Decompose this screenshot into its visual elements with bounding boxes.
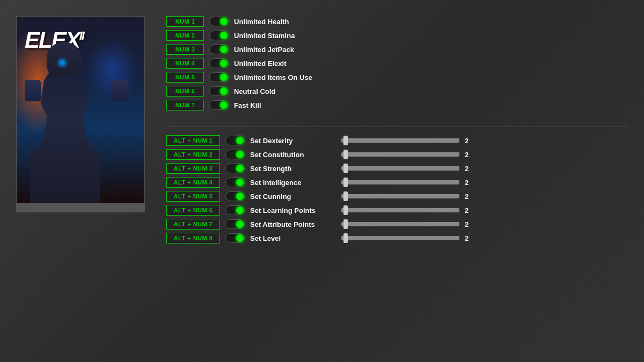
slider-value-3: 2	[465, 179, 473, 187]
slider-toggle-4[interactable]	[225, 191, 245, 201]
char-eye-glow	[57, 57, 68, 68]
key-badge-3[interactable]: NUM 4	[166, 58, 204, 69]
key-badge-1[interactable]: NUM 2	[166, 30, 204, 41]
slider-thumb-1[interactable]	[343, 150, 348, 159]
cheat-label-1: Unlimited Stamina	[234, 32, 295, 40]
slider-toggle-7[interactable]	[225, 233, 245, 243]
slider-toggle-wrap-6[interactable]	[225, 219, 245, 229]
slider-track-2[interactable]	[341, 166, 459, 171]
slider-toggle-wrap-4[interactable]	[225, 191, 245, 201]
trainer-label	[16, 204, 145, 212]
slider-key-badge-2[interactable]: ALT + NUM 3	[166, 163, 220, 174]
toggle-dot-5	[220, 87, 228, 95]
slider-value-5: 2	[465, 206, 473, 215]
slider-key-badge-4[interactable]: ALT + NUM 5	[166, 191, 220, 202]
slider-toggle-dot-6	[236, 220, 244, 228]
slider-label-5: Set Learning Points	[250, 206, 336, 215]
cheat-row-5: NUM 6 Neutral Cold	[166, 86, 628, 97]
slider-key-badge-0[interactable]: ALT + NUM 1	[166, 135, 220, 146]
cheat-label-3: Unlimited Elexit	[234, 60, 287, 68]
slider-key-badge-7[interactable]: ALT + NUM 8	[166, 233, 220, 243]
slider-track-0[interactable]	[341, 138, 459, 143]
toggle-wrap-1[interactable]	[209, 31, 229, 40]
toggle-0[interactable]	[209, 17, 229, 26]
slider-label-4: Set Cunning	[250, 193, 336, 201]
slider-toggle-wrap-7[interactable]	[225, 233, 245, 243]
key-badge-4[interactable]: NUM 5	[166, 72, 204, 83]
slider-track-3[interactable]	[341, 180, 459, 184]
toggle-dot-6	[220, 101, 228, 109]
simple-cheats-section: NUM 1 Unlimited Health NUM 2 Unlimited S…	[166, 16, 628, 110]
slider-toggle-6[interactable]	[225, 219, 245, 229]
toggle-6[interactable]	[209, 100, 229, 110]
slider-toggle-0[interactable]	[225, 136, 245, 145]
slider-thumb-3[interactable]	[343, 178, 348, 187]
slider-thumb-7[interactable]	[343, 233, 348, 243]
toggle-4[interactable]	[209, 72, 229, 82]
slider-toggle-wrap-1[interactable]	[225, 150, 245, 159]
key-badge-6[interactable]: NUM 7	[166, 100, 204, 110]
cheat-label-0: Unlimited Health	[234, 18, 289, 26]
slider-label-7: Set Level	[250, 234, 336, 242]
slider-toggle-dot-1	[236, 151, 244, 158]
slider-toggle-wrap-2[interactable]	[225, 164, 245, 173]
key-badge-0[interactable]: NUM 1	[166, 16, 204, 27]
slider-toggle-3[interactable]	[225, 178, 245, 187]
toggle-wrap-2[interactable]	[209, 45, 229, 54]
toggle-wrap-6[interactable]	[209, 100, 229, 110]
cheat-label-6: Fast Kill	[234, 101, 261, 109]
slider-value-4: 2	[465, 193, 473, 201]
toggle-dot-3	[220, 60, 228, 67]
slider-thumb-2[interactable]	[343, 164, 348, 173]
toggle-dot-2	[220, 46, 228, 53]
cheat-row-6: NUM 7 Fast Kill	[166, 100, 628, 110]
slider-thumb-4[interactable]	[343, 191, 348, 201]
slider-label-6: Set Attribute Points	[250, 220, 336, 228]
slider-toggle-wrap-0[interactable]	[225, 136, 245, 145]
toggle-1[interactable]	[209, 31, 229, 40]
slider-value-0: 2	[465, 137, 473, 145]
slider-row-5: ALT + NUM 6 Set Learning Points 2	[166, 205, 628, 216]
toggle-wrap-3[interactable]	[209, 58, 229, 68]
cheat-row-1: NUM 2 Unlimited Stamina	[166, 30, 628, 41]
key-badge-2[interactable]: NUM 3	[166, 44, 204, 55]
cheat-row-2: NUM 3 Unlimited JetPack	[166, 44, 628, 55]
slider-value-7: 2	[465, 234, 473, 242]
toggle-2[interactable]	[209, 45, 229, 54]
left-panel: ELEXII	[16, 16, 145, 212]
slider-toggle-1[interactable]	[225, 150, 245, 159]
slider-toggle-dot-7	[236, 234, 244, 242]
slider-toggle-dot-5	[236, 206, 244, 214]
slider-track-6[interactable]	[341, 222, 459, 226]
slider-key-badge-3[interactable]: ALT + NUM 4	[166, 177, 220, 188]
toggle-dot-0	[220, 18, 228, 25]
slider-thumb-5[interactable]	[343, 205, 348, 215]
slider-track-5[interactable]	[341, 208, 459, 212]
char-shoulder-right	[112, 80, 128, 101]
slider-key-badge-5[interactable]: ALT + NUM 6	[166, 205, 220, 216]
slider-value-6: 2	[465, 220, 473, 228]
toggle-wrap-5[interactable]	[209, 86, 229, 96]
cheat-label-4: Unlimited Items On Use	[234, 73, 312, 82]
toggle-wrap-4[interactable]	[209, 72, 229, 82]
slider-toggle-wrap-5[interactable]	[225, 205, 245, 215]
slider-track-1[interactable]	[341, 152, 459, 157]
slider-toggle-2[interactable]	[225, 164, 245, 173]
slider-row-2: ALT + NUM 3 Set Strength 2	[166, 163, 628, 174]
toggle-5[interactable]	[209, 86, 229, 96]
slider-toggle-5[interactable]	[225, 205, 245, 215]
slider-label-3: Set Intelligence	[250, 179, 336, 187]
slider-toggle-dot-0	[236, 137, 244, 144]
slider-key-badge-1[interactable]: ALT + NUM 2	[166, 149, 220, 160]
right-panel: NUM 1 Unlimited Health NUM 2 Unlimited S…	[166, 16, 628, 247]
toggle-wrap-0[interactable]	[209, 17, 229, 26]
slider-thumb-0[interactable]	[343, 136, 348, 145]
slider-toggle-wrap-3[interactable]	[225, 178, 245, 187]
slider-track-7[interactable]	[341, 236, 459, 240]
key-badge-5[interactable]: NUM 6	[166, 86, 204, 97]
slider-key-badge-6[interactable]: ALT + NUM 7	[166, 219, 220, 230]
slider-thumb-6[interactable]	[343, 219, 348, 229]
cheat-row-3: NUM 4 Unlimited Elexit	[166, 58, 628, 69]
slider-track-4[interactable]	[341, 194, 459, 198]
toggle-3[interactable]	[209, 58, 229, 68]
